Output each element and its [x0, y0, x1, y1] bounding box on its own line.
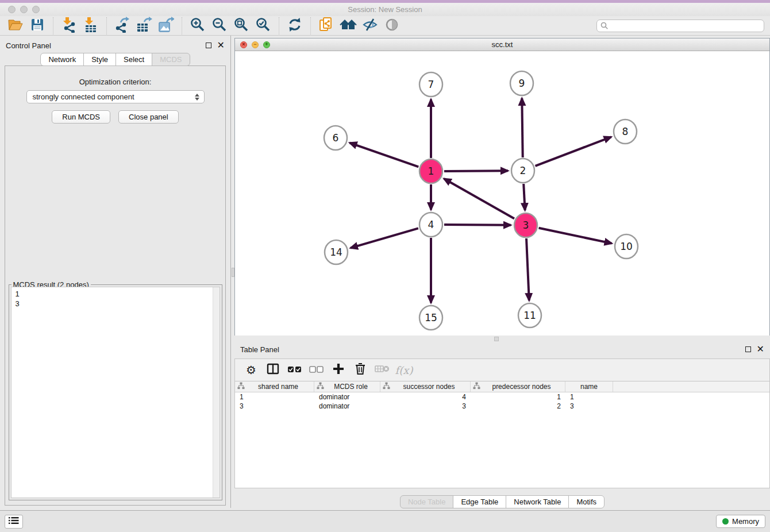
float-panel-icon[interactable]	[745, 346, 751, 352]
search-input[interactable]	[596, 20, 764, 32]
graph-edge-1-6[interactable]	[350, 143, 419, 167]
task-history-button[interactable]	[5, 515, 23, 529]
network-file-icon	[319, 17, 334, 35]
attribute-type-icon	[473, 382, 480, 391]
graph-edge-4-3[interactable]	[444, 225, 511, 225]
graph-node-label: 14	[330, 246, 342, 258]
toggle-column-view-button[interactable]	[264, 361, 282, 379]
save-session-button[interactable]	[26, 17, 48, 34]
column-header-successor-nodes[interactable]: successor nodes	[380, 381, 471, 392]
graph-edge-2-9[interactable]	[522, 98, 522, 157]
refresh-icon	[287, 17, 302, 34]
graph-edge-4-14[interactable]	[351, 228, 418, 248]
table-row[interactable]: 1 dominator 4 1 1	[235, 392, 769, 402]
column-header-predecessor-nodes[interactable]: predecessor nodes	[471, 381, 565, 392]
control-panel-tabs: Network Style Select MCDS	[0, 53, 230, 66]
add-column-button[interactable]	[329, 361, 348, 379]
import-network-button[interactable]	[58, 17, 80, 34]
function-icon: f(x)	[395, 364, 413, 376]
zoom-fit-icon	[234, 17, 249, 34]
show-details-button[interactable]	[381, 17, 403, 34]
vertical-splitter[interactable]	[230, 36, 234, 508]
graph-edge-2-3[interactable]	[523, 184, 525, 210]
export-table-button[interactable]	[133, 17, 155, 34]
network-file-button[interactable]	[315, 17, 337, 34]
table-panel-header: Table Panel ✕	[234, 342, 770, 356]
export-network-button[interactable]	[111, 17, 133, 34]
tab-motifs[interactable]: Motifs	[568, 495, 605, 508]
export-network-icon	[115, 17, 130, 35]
control-panel-header: Control Panel ✕	[0, 38, 230, 53]
close-panel-button[interactable]: Close panel	[118, 110, 179, 124]
unselect-all-columns-button[interactable]	[307, 361, 326, 379]
tab-style[interactable]: Style	[83, 53, 116, 66]
run-mcds-button[interactable]: Run MCDS	[52, 110, 110, 124]
toolbar-separator	[279, 17, 279, 34]
delete-table-button[interactable]	[373, 361, 391, 379]
table-panel: Table Panel ✕ ⚙	[234, 342, 770, 508]
tab-mcds[interactable]: MCDS	[152, 53, 190, 66]
refresh-button[interactable]	[284, 17, 306, 34]
open-session-button[interactable]	[5, 17, 26, 34]
graph-edge-2-8[interactable]	[536, 137, 611, 165]
close-panel-icon[interactable]: ✕	[217, 43, 225, 48]
zoom-out-icon	[212, 17, 227, 34]
zoom-out-button[interactable]	[209, 17, 230, 34]
network-canvas[interactable]: 7968124314101511	[235, 51, 769, 336]
memory-button[interactable]: Memory	[716, 515, 765, 528]
close-panel-icon[interactable]: ✕	[757, 346, 764, 352]
zoom-fit-button[interactable]	[230, 17, 252, 34]
zoom-selected-button[interactable]	[252, 17, 274, 34]
graph-edge-1-2[interactable]	[444, 171, 508, 171]
hide-details-button[interactable]	[359, 17, 381, 34]
plus-icon	[333, 363, 344, 377]
column-header-name[interactable]: name	[565, 381, 613, 392]
node-table[interactable]: shared name MCDS role successor nodes	[234, 381, 770, 488]
splitter-handle[interactable]	[494, 337, 499, 341]
table-settings-button[interactable]: ⚙	[242, 361, 260, 379]
graph-edge-3-11[interactable]	[526, 238, 529, 300]
zoom-in-button[interactable]	[187, 17, 209, 34]
toolbar-separator	[182, 17, 182, 34]
control-panel: Control Panel ✕ Network Style Select MCD…	[0, 36, 230, 508]
export-image-button[interactable]	[155, 17, 177, 34]
toolbar-separator	[53, 17, 53, 34]
horizontal-splitter[interactable]	[234, 336, 770, 342]
select-all-columns-button[interactable]	[286, 361, 304, 379]
result-scrollbar[interactable]	[213, 287, 220, 498]
tab-select[interactable]: Select	[116, 53, 152, 66]
mcds-result-box[interactable]: 1 3	[11, 287, 220, 498]
attribute-type-icon	[383, 382, 390, 391]
function-builder-button[interactable]: f(x)	[395, 361, 413, 379]
delete-column-button[interactable]	[351, 361, 369, 379]
list-icon	[9, 516, 19, 527]
table-toolbar: ⚙	[234, 358, 770, 381]
home-button[interactable]	[337, 17, 359, 34]
main-toolbar	[0, 16, 770, 36]
tab-node-table[interactable]: Node Table	[400, 495, 454, 508]
graph-node-label: 4	[428, 219, 434, 230]
network-window-titlebar[interactable]: × − + scc.txt	[235, 38, 769, 51]
table-panel-title: Table Panel	[240, 345, 279, 354]
home-icon	[340, 18, 357, 34]
table-row[interactable]: 3 dominator 3 2 3	[235, 402, 769, 411]
tab-edge-table[interactable]: Edge Table	[453, 495, 506, 508]
zoom-selected-icon	[256, 17, 271, 34]
application-window: Session: New Session	[0, 0, 770, 532]
import-table-button[interactable]	[80, 17, 102, 34]
gear-icon: ⚙	[246, 363, 256, 377]
float-panel-icon[interactable]	[206, 43, 211, 48]
delete-table-icon	[375, 364, 390, 376]
window-titlebar[interactable]: Session: New Session	[0, 3, 770, 16]
graph-edge-3-10[interactable]	[539, 228, 612, 244]
export-image-icon	[158, 17, 174, 35]
optimization-criterion-select[interactable]: strongly connected component	[26, 90, 205, 103]
search-icon	[600, 22, 609, 32]
graph-edge-3-1[interactable]	[444, 179, 514, 219]
column-header-shared-name[interactable]: shared name	[235, 381, 314, 392]
checked-boxes-icon	[287, 365, 302, 375]
tab-network-table[interactable]: Network Table	[506, 495, 569, 508]
column-header-mcds-role[interactable]: MCDS role	[314, 381, 380, 392]
tab-network[interactable]: Network	[40, 53, 84, 66]
network-window-title: scc.txt	[235, 40, 769, 49]
